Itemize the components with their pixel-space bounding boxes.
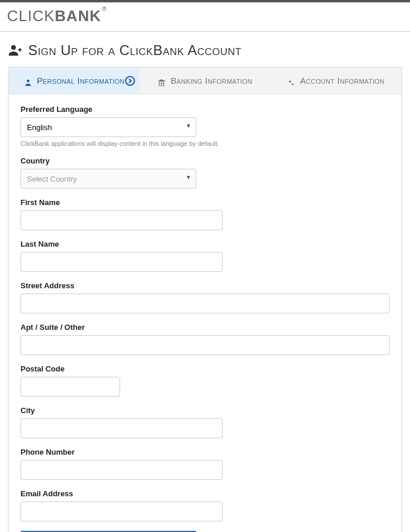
person-icon	[24, 77, 32, 85]
user-plus-icon	[8, 43, 22, 57]
apt-input[interactable]	[20, 335, 390, 355]
group-apt: Apt / Suite / Other	[20, 323, 390, 355]
tab-personal-label: Personal Information	[37, 76, 125, 86]
form-body: Preferred Language English ClickBank app…	[9, 94, 401, 532]
brand-click: CLICK	[7, 7, 55, 25]
svg-point-3	[289, 80, 292, 83]
label-phone: Phone Number	[20, 448, 390, 456]
tab-account-label: Account Information	[300, 76, 384, 86]
group-city: City	[20, 406, 390, 438]
label-country: Country	[20, 156, 390, 165]
brand-logo: CLICKBANK®	[7, 7, 101, 25]
label-first-name: First Name	[20, 198, 390, 207]
header: CLICKBANK®	[0, 2, 410, 32]
tab-personal[interactable]: Personal Information	[9, 67, 139, 94]
last-name-input[interactable]	[20, 252, 223, 272]
brand-reg: ®	[102, 6, 107, 12]
group-language: Preferred Language English ClickBank app…	[20, 105, 390, 147]
language-select[interactable]: English	[20, 117, 196, 137]
arrow-right-circle-icon	[124, 75, 136, 87]
group-phone: Phone Number	[20, 448, 390, 480]
label-city: City	[20, 406, 390, 415]
tab-banking-label: Banking Information	[170, 76, 252, 86]
signup-card: Personal Information Banking Information…	[8, 67, 402, 532]
label-last-name: Last Name	[20, 240, 390, 248]
svg-point-1	[26, 79, 29, 82]
first-name-input[interactable]	[20, 210, 223, 230]
group-country: Country Select Country	[20, 156, 390, 189]
tab-banking[interactable]: Banking Information	[139, 67, 270, 94]
svg-point-0	[11, 45, 16, 50]
select-wrap-country: Select Country	[20, 169, 196, 189]
postal-input[interactable]	[20, 377, 120, 397]
label-email: Email Address	[20, 489, 390, 498]
group-email: Email Address	[20, 489, 390, 521]
label-street: Street Address	[20, 281, 390, 290]
group-street: Street Address	[20, 281, 390, 313]
svg-point-2	[126, 76, 135, 85]
city-input[interactable]	[20, 418, 223, 438]
page-title-row: Sign Up for a ClickBank Account	[0, 32, 410, 67]
street-input[interactable]	[20, 294, 390, 313]
bank-icon	[158, 77, 166, 85]
select-wrap-language: English	[20, 117, 196, 137]
tabs: Personal Information Banking Information…	[9, 67, 401, 94]
page-title: Sign Up for a ClickBank Account	[28, 42, 241, 59]
email-input[interactable]	[20, 502, 223, 521]
brand-bank: BANK	[55, 7, 101, 25]
label-apt: Apt / Suite / Other	[20, 323, 390, 332]
label-language: Preferred Language	[20, 105, 390, 114]
label-postal: Postal Code	[20, 364, 390, 373]
tab-account[interactable]: Account Information	[271, 67, 401, 94]
help-language: ClickBank applications will display cont…	[20, 140, 390, 147]
group-postal: Postal Code	[20, 364, 390, 397]
gears-icon	[287, 77, 295, 85]
phone-input[interactable]	[20, 460, 223, 480]
country-select[interactable]: Select Country	[20, 169, 196, 189]
group-last-name: Last Name	[20, 240, 390, 272]
svg-point-4	[292, 83, 294, 85]
group-first-name: First Name	[20, 198, 390, 230]
